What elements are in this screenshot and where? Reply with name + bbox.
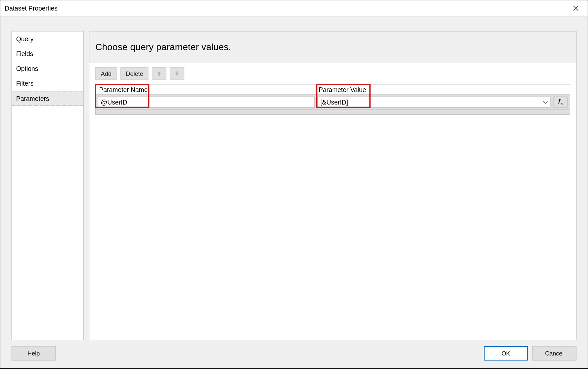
- titlebar: Dataset Properties: [0, 0, 587, 16]
- column-header-fx: [551, 85, 570, 95]
- expression-button[interactable]: ƒx: [553, 97, 568, 108]
- column-header-name: Parameter Name: [96, 85, 315, 95]
- ok-button[interactable]: OK: [484, 346, 528, 361]
- delete-button[interactable]: Delete: [120, 67, 149, 80]
- panel-content: Add Delete: [89, 63, 576, 340]
- sidebar-item-fields[interactable]: Fields: [12, 46, 83, 61]
- sidebar-item-parameters[interactable]: Parameters: [12, 91, 83, 106]
- sidebar-item-filters[interactable]: Filters: [12, 76, 83, 91]
- window-title: Dataset Properties: [5, 5, 57, 12]
- fx-icon: ƒx: [558, 98, 563, 106]
- parameter-value-dropdown[interactable]: [&UserID]: [317, 97, 551, 108]
- table-footer-strip: [96, 109, 570, 114]
- parameter-name-input[interactable]: [98, 97, 315, 108]
- sidebar-item-query[interactable]: Query: [12, 31, 83, 46]
- content-row: Query Fields Options Filters Parameters …: [12, 31, 576, 340]
- table-row: [&UserID] ƒx: [96, 95, 570, 109]
- panel-heading: Choose query parameter values.: [89, 31, 576, 63]
- add-button[interactable]: Add: [95, 67, 117, 80]
- dialog-window: Dataset Properties Query Fields Options …: [0, 0, 588, 369]
- dialog-button-row: Help OK Cancel: [12, 340, 576, 361]
- close-button[interactable]: [569, 2, 582, 14]
- move-down-button[interactable]: [170, 67, 184, 80]
- dialog-body: Query Fields Options Filters Parameters …: [0, 16, 587, 368]
- close-icon: [573, 6, 578, 11]
- sidebar-item-options[interactable]: Options: [12, 61, 83, 76]
- chevron-down-icon: [543, 100, 548, 105]
- arrow-down-icon: [174, 71, 180, 77]
- parameter-value-text: [&UserID]: [320, 99, 348, 106]
- column-header-value: Parameter Value: [315, 85, 551, 95]
- parameters-table: Parameter Name Parameter Value [&UserID]: [95, 84, 570, 115]
- arrow-up-icon: [156, 71, 162, 77]
- main-panel: Choose query parameter values. Add Delet…: [89, 31, 576, 340]
- help-button[interactable]: Help: [12, 346, 56, 361]
- cancel-button[interactable]: Cancel: [532, 346, 576, 361]
- move-up-button[interactable]: [152, 67, 167, 80]
- toolbar: Add Delete: [95, 67, 570, 80]
- table-header-row: Parameter Name Parameter Value: [96, 85, 570, 95]
- sidebar: Query Fields Options Filters Parameters: [12, 31, 84, 340]
